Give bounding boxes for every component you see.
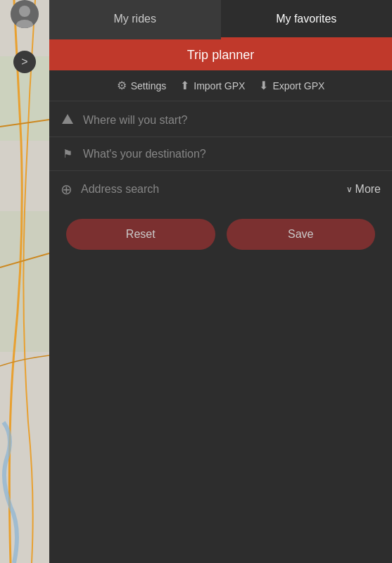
reset-button[interactable]: Reset xyxy=(66,219,215,250)
action-buttons: Reset Save xyxy=(49,210,392,258)
chevron-down-icon: ∨ xyxy=(346,184,353,194)
destination-icon: ⚑ xyxy=(61,147,75,160)
map-area: > xyxy=(0,0,49,563)
map-background: > xyxy=(0,0,49,563)
gear-icon: ⚙ xyxy=(117,79,127,92)
expand-button[interactable]: > xyxy=(13,51,36,73)
import-gpx-button[interactable]: ⬆ Import GPX xyxy=(180,79,245,92)
export-gpx-button[interactable]: ⬇ Export GPX xyxy=(259,79,324,92)
destination-input-row[interactable]: ⚑ What's your destination? xyxy=(49,137,392,171)
avatar xyxy=(11,0,39,28)
save-button[interactable]: Save xyxy=(227,219,376,250)
download-icon: ⬇ xyxy=(259,79,268,92)
start-input-row[interactable]: Where will you start? xyxy=(49,104,392,137)
trip-planner-title: Trip planner xyxy=(187,48,254,63)
add-waypoint-icon: ⊕ xyxy=(61,181,72,198)
address-search-row: ⊕ Address search ∨ More xyxy=(49,171,392,208)
toolbar: ⚙ Settings ⬆ Import GPX ⬇ Export GPX xyxy=(49,70,392,101)
main-content-area xyxy=(49,258,392,563)
tab-my-rides[interactable]: My rides xyxy=(49,0,221,39)
settings-button[interactable]: ⚙ Settings xyxy=(117,79,167,92)
input-section: Where will you start? ⚑ What's your dest… xyxy=(49,101,392,210)
more-button[interactable]: ∨ More xyxy=(346,183,381,196)
tab-bar: My rides My favorites xyxy=(49,0,392,39)
upload-icon: ⬆ xyxy=(180,79,189,92)
destination-placeholder: What's your destination? xyxy=(83,148,381,160)
trip-planner-header: Trip planner xyxy=(49,39,392,70)
address-search-placeholder: Address search xyxy=(81,183,338,196)
start-icon xyxy=(61,114,75,127)
right-panel: My rides My favorites Trip planner ⚙ Set… xyxy=(49,0,392,563)
svg-point-4 xyxy=(19,6,30,17)
tab-my-favorites[interactable]: My favorites xyxy=(221,0,393,39)
map-svg xyxy=(0,0,49,563)
start-placeholder: Where will you start? xyxy=(83,114,381,127)
chevron-right-icon: > xyxy=(21,56,27,68)
